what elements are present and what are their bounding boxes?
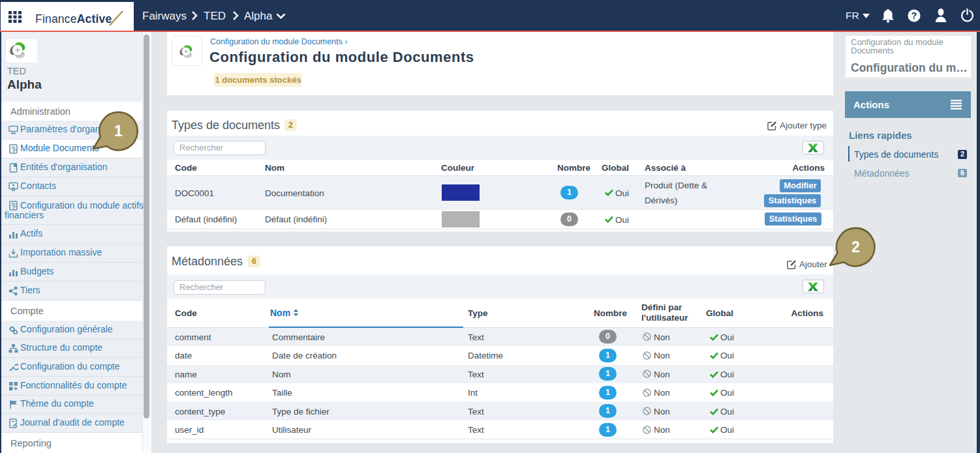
svg-text:1: 1 — [114, 123, 123, 139]
svg-text:2: 2 — [851, 239, 860, 256]
svg-text:?: ? — [911, 10, 917, 21]
